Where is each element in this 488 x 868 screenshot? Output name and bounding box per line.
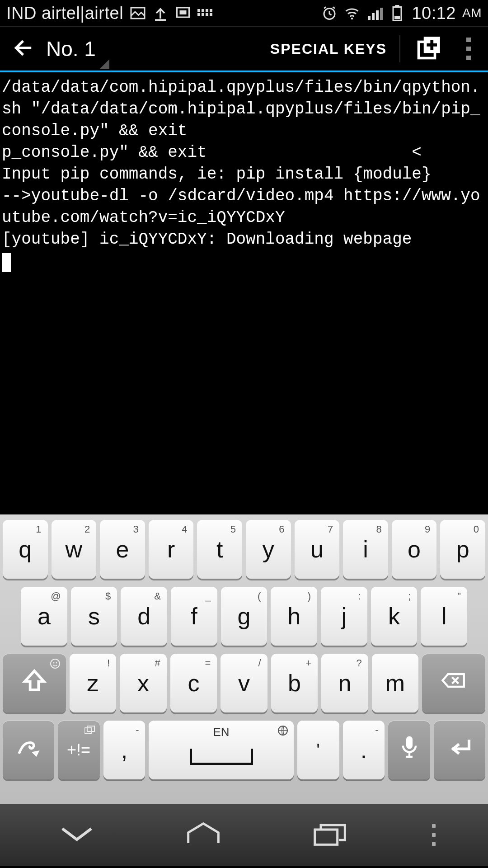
key-v-sub: / <box>258 657 261 669</box>
key-g-sub: ( <box>258 590 261 602</box>
comma-sub: - <box>136 724 139 736</box>
key-j-sub: : <box>358 590 361 602</box>
key-w-label: w <box>66 536 83 563</box>
key-r-sub: 4 <box>182 524 187 535</box>
key-r[interactable]: 4r <box>149 520 194 579</box>
key-u[interactable]: 7u <box>295 520 340 579</box>
key-w[interactable]: 2w <box>52 520 97 579</box>
tabs-small-icon <box>84 724 95 738</box>
period-key[interactable]: - . <box>343 721 385 779</box>
key-d[interactable]: &d <box>121 587 167 646</box>
svg-rect-18 <box>395 5 399 7</box>
mic-key[interactable] <box>388 721 430 779</box>
svg-rect-7 <box>197 13 200 16</box>
key-c[interactable]: =c <box>170 654 217 712</box>
status-bar: IND airtel|airtel 10:12 AM <box>0 0 488 27</box>
key-h-label: h <box>287 603 300 630</box>
key-k-label: k <box>388 603 400 630</box>
key-x[interactable]: #x <box>120 654 167 712</box>
swype-key[interactable] <box>3 721 54 779</box>
key-e[interactable]: 3e <box>100 520 145 579</box>
period-sub: - <box>375 724 378 736</box>
quote-label: ' <box>316 740 320 760</box>
image-icon <box>130 5 146 21</box>
svg-rect-19 <box>394 16 400 19</box>
key-v[interactable]: /v <box>221 654 267 712</box>
key-o[interactable]: 9o <box>392 520 437 579</box>
key-o-sub: 9 <box>425 524 430 535</box>
soft-keyboard: 1q2w3e4r5t6y7u8i9o0p @a$s&d_f(g)h:j;k"l … <box>0 514 488 804</box>
terminal-cursor <box>2 253 11 272</box>
nav-menu-button[interactable] <box>425 819 443 851</box>
svg-point-22 <box>51 659 60 668</box>
key-u-sub: 7 <box>328 524 333 535</box>
key-j-label: j <box>342 603 347 630</box>
key-z-label: z <box>87 670 99 697</box>
enter-key[interactable] <box>434 721 485 779</box>
nav-home-button[interactable] <box>172 819 235 851</box>
signal-icon <box>366 5 383 21</box>
key-i-label: i <box>363 536 368 563</box>
key-n-label: n <box>338 670 352 697</box>
special-keys-button[interactable]: SPECIAL KEYS <box>258 27 399 71</box>
keyboard-indicator-icon <box>197 5 214 21</box>
svg-rect-4 <box>202 9 204 12</box>
back-arrow-icon <box>13 38 33 60</box>
system-nav-bar <box>0 804 488 866</box>
clock-ampm: AM <box>462 6 482 20</box>
key-y-label: y <box>263 536 274 563</box>
key-b[interactable]: +b <box>271 654 318 712</box>
svg-rect-6 <box>210 9 212 12</box>
key-i-sub: 8 <box>376 524 382 535</box>
key-v-label: v <box>238 670 250 697</box>
back-button[interactable]: No. 1 <box>0 27 105 71</box>
backspace-key[interactable] <box>422 654 485 712</box>
key-p[interactable]: 0p <box>440 520 485 579</box>
comma-key[interactable]: - , <box>103 721 145 779</box>
key-j[interactable]: :j <box>321 587 367 646</box>
svg-rect-14 <box>372 13 375 20</box>
key-q-sub: 1 <box>36 524 41 535</box>
key-k[interactable]: ;k <box>371 587 418 646</box>
symbols-key[interactable]: +!= <box>58 721 100 779</box>
swype-icon <box>16 735 41 765</box>
key-b-label: b <box>288 670 301 697</box>
key-q[interactable]: 1q <box>3 520 48 579</box>
key-u-label: u <box>310 536 324 563</box>
key-z[interactable]: !z <box>70 654 117 712</box>
key-s[interactable]: $s <box>71 587 117 646</box>
key-a[interactable]: @a <box>21 587 67 646</box>
overflow-menu-button[interactable] <box>457 27 488 71</box>
key-n[interactable]: ?n <box>321 654 368 712</box>
key-y[interactable]: 6y <box>246 520 291 579</box>
svg-rect-8 <box>202 13 204 16</box>
dropdown-triangle-icon <box>99 59 109 69</box>
recent-apps-icon <box>312 822 348 848</box>
status-left: IND airtel|airtel <box>6 4 321 23</box>
space-key[interactable]: EN <box>149 721 293 779</box>
terminal-output[interactable]: /data/data/com.hipipal.qpyplus/files/bin… <box>0 72 488 514</box>
nav-back-button[interactable] <box>45 819 108 851</box>
svg-rect-13 <box>368 16 371 20</box>
space-bar-icon <box>190 749 253 765</box>
key-a-sub: @ <box>51 590 61 602</box>
symbols-label: +!= <box>67 741 90 760</box>
key-g[interactable]: (g <box>221 587 267 646</box>
key-l-sub: " <box>457 590 461 602</box>
key-t-sub: 5 <box>230 524 236 535</box>
session-title[interactable]: No. 1 <box>46 37 96 61</box>
new-window-button[interactable] <box>400 27 457 71</box>
key-h[interactable]: )h <box>271 587 317 646</box>
key-t[interactable]: 5t <box>197 520 242 579</box>
nav-recent-button[interactable] <box>298 819 361 851</box>
key-l[interactable]: "l <box>421 587 467 646</box>
key-i[interactable]: 8i <box>343 520 388 579</box>
quote-key[interactable]: ' <box>297 721 339 779</box>
key-m[interactable]: m <box>372 654 419 712</box>
shift-key[interactable] <box>3 654 66 712</box>
session-title-text: No. 1 <box>46 37 96 61</box>
key-f[interactable]: _f <box>171 587 217 646</box>
key-c-label: c <box>188 670 199 697</box>
carrier-label: IND airtel|airtel <box>6 4 123 23</box>
key-b-sub: + <box>305 657 311 669</box>
